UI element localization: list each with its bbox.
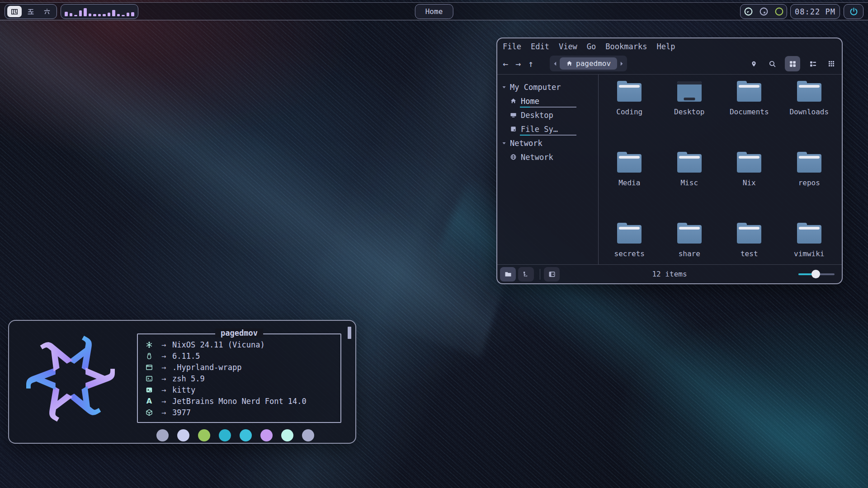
- arrow-icon: →: [155, 408, 172, 417]
- arrow-icon: →: [155, 374, 172, 383]
- menu-bookmarks[interactable]: Bookmarks: [605, 42, 647, 51]
- menu-file[interactable]: File: [503, 42, 521, 51]
- folder-icon: [736, 81, 762, 102]
- compact-view-button[interactable]: [807, 56, 819, 71]
- folder-icon: [736, 223, 762, 244]
- sidebar-item-label: Desktop: [521, 111, 553, 120]
- workspace-5[interactable]: [24, 6, 38, 17]
- folder-item[interactable]: repos: [779, 152, 840, 217]
- workspace-4[interactable]: [7, 6, 22, 17]
- visualizer-bar: [65, 12, 68, 16]
- visualizer-bar: [127, 13, 130, 16]
- expander-icon[interactable]: [502, 141, 506, 145]
- sidebar-section-my-computer[interactable]: My Computer: [502, 80, 598, 94]
- visualizer-bar: [112, 10, 115, 16]
- arrow-icon: →: [155, 352, 172, 361]
- menu-edit[interactable]: Edit: [531, 42, 549, 51]
- sidebar-section-label: Network: [510, 139, 542, 148]
- shell-value: zsh 5.9: [172, 374, 205, 383]
- folder-label: Nix: [743, 178, 756, 187]
- forward-button[interactable]: →: [515, 58, 521, 69]
- menu-view[interactable]: View: [559, 42, 577, 51]
- menu-help[interactable]: Help: [656, 42, 675, 51]
- visualizer-bar: [70, 13, 73, 16]
- window-manager-icon: [143, 364, 155, 371]
- folder-icon: [797, 223, 822, 244]
- menu-go[interactable]: Go: [587, 42, 596, 51]
- font-icon: A: [143, 397, 155, 405]
- arrow-icon: →: [155, 385, 172, 394]
- palette-dot: [240, 429, 252, 441]
- clock-label: 08:22 PM: [795, 7, 835, 16]
- selection-underline: [520, 135, 576, 136]
- folder-label: Misc: [680, 178, 698, 187]
- status-indicators: [740, 4, 787, 19]
- terminal-window[interactable]: λ λ λ λ λ λ pagedmov → NixOS 24.11 (Vicu…: [8, 320, 356, 444]
- terminal-color-palette: [156, 429, 314, 441]
- visualizer-bar: [74, 15, 77, 16]
- breadcrumb-scroll-right-icon[interactable]: [618, 61, 625, 66]
- folder-item[interactable]: Desktop: [660, 81, 720, 146]
- folder-item[interactable]: Media: [599, 152, 660, 217]
- selection-underline: [520, 107, 576, 108]
- statusbar-separator: [540, 269, 540, 280]
- folder-item[interactable]: Documents: [719, 81, 779, 146]
- terminal-cursor: [348, 327, 351, 339]
- workspace-6[interactable]: [40, 6, 54, 17]
- up-button[interactable]: ↑: [528, 58, 533, 69]
- folder-item[interactable]: Downloads: [779, 81, 840, 146]
- folder-icon: [797, 81, 822, 102]
- power-icon: [849, 7, 858, 16]
- fetch-row-shell: → zsh 5.9: [143, 373, 340, 384]
- power-button[interactable]: [844, 4, 863, 19]
- linux-kernel-icon: [143, 352, 155, 360]
- visualizer-bar: [93, 14, 96, 16]
- back-button[interactable]: ←: [503, 58, 508, 69]
- desktop-icon: [510, 112, 517, 118]
- folder-grid: Coding Desktop Documents Downloads Media…: [599, 75, 842, 264]
- expander-icon[interactable]: [502, 85, 506, 89]
- folder-icon: [677, 223, 702, 244]
- packages-cube-icon: [143, 409, 155, 416]
- zoom-slider[interactable]: [798, 270, 835, 279]
- sidebar-item-network[interactable]: Network: [502, 150, 598, 164]
- mic-indicator-icon[interactable]: [759, 7, 769, 16]
- visualizer-bar: [98, 14, 101, 16]
- list-view-button[interactable]: [826, 56, 837, 71]
- slider-thumb[interactable]: [811, 270, 820, 278]
- sidebar-section-network[interactable]: Network: [502, 136, 598, 150]
- active-window-title-label: Home: [425, 7, 443, 16]
- visualizer-bar: [84, 8, 87, 16]
- sidebar-item-desktop[interactable]: Desktop: [502, 108, 598, 122]
- icon-view-button[interactable]: [785, 56, 800, 71]
- kanji-six-glyph: [43, 8, 51, 15]
- folder-label: test: [741, 249, 758, 258]
- arrow-icon: →: [155, 340, 172, 349]
- kernel-value: 6.11.5: [172, 352, 200, 361]
- sidebar-item-home[interactable]: Home: [502, 94, 598, 108]
- folder-item[interactable]: Misc: [660, 152, 720, 217]
- breadcrumb-home-segment[interactable]: pagedmov: [560, 57, 617, 70]
- toggle-side-pane-button[interactable]: [544, 267, 560, 282]
- location-pin-icon[interactable]: [748, 56, 760, 71]
- fetch-row-kernel: → 6.11.5: [143, 350, 340, 361]
- active-window-title[interactable]: Home: [415, 4, 453, 19]
- tree-view-button[interactable]: [518, 267, 534, 282]
- search-icon[interactable]: [766, 56, 778, 71]
- sidebar-item-filesystem[interactable]: File Sy…: [502, 122, 598, 136]
- breadcrumb-scroll-left-icon[interactable]: [552, 61, 559, 66]
- folder-label: share: [679, 249, 700, 258]
- folder-item[interactable]: Coding: [599, 81, 660, 146]
- volume-indicator-icon[interactable]: [744, 7, 753, 16]
- items-count-label: 12 items: [652, 270, 687, 278]
- file-manager-window: File Edit View Go Bookmarks Help ← → ↑ p…: [496, 38, 843, 284]
- clock[interactable]: 08:22 PM: [790, 4, 840, 19]
- folder-item[interactable]: Nix: [719, 152, 779, 217]
- folder-label: vimwiki: [794, 249, 824, 258]
- show-folders-button[interactable]: [500, 267, 516, 282]
- visualizer-bar: [131, 12, 134, 16]
- ring-indicator-icon[interactable]: [774, 7, 784, 16]
- palette-dot: [198, 429, 210, 441]
- sidebar-section-label: My Computer: [510, 83, 561, 92]
- folder-icon: [617, 81, 642, 102]
